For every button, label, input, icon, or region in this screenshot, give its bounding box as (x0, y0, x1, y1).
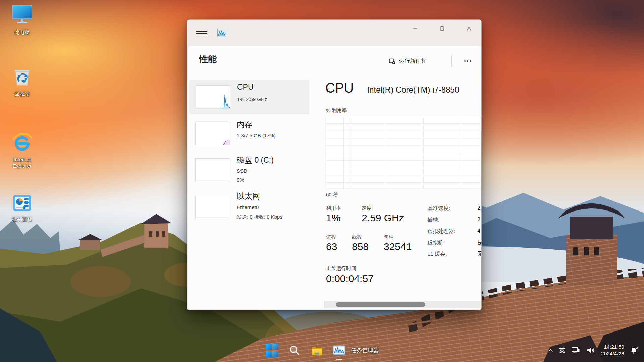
internet-explorer-icon (11, 131, 34, 154)
run-new-task-icon (389, 58, 395, 64)
cpu-panel-title: CPU (325, 80, 354, 96)
horizontal-scrollbar[interactable] (324, 301, 481, 308)
minimize-icon (413, 26, 417, 31)
task-manager-window: 性能 运行新任务 CPU 1% 2.59 GHz (187, 19, 482, 310)
run-new-task-button[interactable]: 运行新任务 (389, 55, 426, 67)
spec-row: L1 缓存: 无 (427, 251, 481, 262)
time-axis-label: 60 秒 (326, 192, 338, 198)
close-button[interactable] (461, 22, 477, 35)
spec-row: 插槽: 2 (427, 217, 481, 228)
close-icon (467, 26, 471, 31)
cpu-mini-chart (196, 85, 230, 109)
spec-label: 插槽: (427, 217, 477, 224)
sidebar-item-subtitle2: 0% (237, 177, 244, 183)
control-panel-icon (11, 192, 34, 214)
more-options-button[interactable] (460, 55, 476, 67)
this-pc-icon (11, 3, 34, 27)
memory-mini-chart (195, 122, 230, 145)
stat-label: 句柄 (384, 234, 394, 240)
spec-label: 虚拟处理器: (427, 228, 477, 235)
ime-indicator[interactable]: 英 (559, 347, 565, 354)
spec-value: 2 (477, 217, 480, 223)
uptime-label: 正常运行时间 (326, 265, 356, 272)
spec-value: 是 (477, 239, 481, 246)
horizontal-scrollbar-thumb[interactable] (336, 302, 425, 307)
file-explorer-icon (310, 344, 324, 357)
stat-label: 利用率 (326, 205, 341, 212)
spec-value: 2.5 (477, 205, 481, 211)
sidebar-item-subtitle: SSD (237, 168, 247, 174)
sidebar-item-ethernet[interactable]: 以太网 Ethernet0 发送: 0 接收: 0 Kbps (189, 189, 309, 227)
system-tray: 英 14:21:59 2024/4/28 (548, 339, 639, 362)
sidebar-item-subtitle: 1% 2.59 GHz (237, 96, 267, 102)
network-icon[interactable] (571, 346, 580, 355)
spec-label: 虚拟机: (427, 239, 477, 246)
search-icon (288, 344, 301, 356)
desktop-icon-this-pc[interactable]: 此电脑 (5, 3, 39, 36)
running-app-indicator (336, 359, 342, 360)
start-button[interactable] (265, 343, 279, 357)
taskbar-center-group: 任务管理器 (265, 339, 379, 362)
tray-date: 2024/4/28 (601, 350, 624, 357)
stat-label: 进程 (326, 234, 336, 240)
ethernet-mini-chart (195, 196, 230, 219)
clock[interactable]: 14:21:59 2024/4/28 (601, 344, 624, 357)
cpu-spec-list: 基准速度: 2.5 插槽: 2 虚拟处理器: 4 虚拟机: 是 L1 缓存: (427, 205, 481, 262)
header-separator (451, 55, 452, 67)
minimize-button[interactable] (408, 22, 423, 35)
spec-label: L1 缓存: (427, 251, 477, 258)
recycle-bin-icon (11, 66, 34, 88)
sidebar-item-title: 内存 (237, 119, 252, 130)
spec-value: 4 (477, 228, 480, 234)
desktop-icon-internet-explorer[interactable]: Internet Explorer (5, 131, 39, 169)
hamburger-icon[interactable] (196, 29, 207, 38)
sidebar-item-cpu[interactable]: CPU 1% 2.59 GHz (189, 80, 309, 114)
cpu-detail-panel: CPU Intel(R) Core(TM) i7-8850 % 利用率 60 秒… (325, 80, 481, 309)
sidebar-item-subtitle: Ethernet0 (237, 204, 259, 210)
sidebar-item-disk[interactable]: 磁盘 0 (C:) SSD 0% (189, 153, 309, 187)
stat-value: 63 (326, 241, 337, 252)
sidebar-item-subtitle2: 发送: 0 接收: 0 Kbps (237, 214, 282, 220)
desktop-icon-recycle-bin[interactable]: 回收站 (5, 66, 39, 97)
spec-row: 虚拟机: 是 (427, 239, 481, 251)
stat-value: 858 (352, 241, 369, 252)
spec-row: 基准速度: 2.5 (427, 205, 481, 217)
window-controls (408, 22, 477, 35)
uptime-value: 0:00:04:57 (326, 273, 374, 284)
cpu-utilization-chart (326, 116, 481, 189)
sidebar-item-title: 以太网 (237, 191, 260, 201)
sidebar-item-title: 磁盘 0 (C:) (237, 155, 274, 165)
volume-icon[interactable] (586, 346, 595, 355)
taskbar: 任务管理器 英 14:21:59 2024/4/28 (0, 339, 644, 362)
desktop-icon-label: Internet Explorer (5, 157, 39, 169)
notification-bell-icon[interactable] (630, 346, 639, 355)
stat-value: 1% (326, 212, 340, 224)
search-button[interactable] (287, 343, 302, 357)
file-explorer-button[interactable] (310, 343, 324, 357)
desktop-icon-label: 回收站 (5, 91, 39, 97)
spec-row: 虚拟处理器: 4 (427, 228, 481, 239)
tray-time: 14:21:59 (601, 344, 624, 350)
window-content: 性能 运行新任务 CPU 1% 2.59 GHz (188, 46, 481, 309)
maximize-icon (440, 26, 444, 31)
task-manager-taskbar-label: 任务管理器 (351, 347, 379, 354)
stat-value: 32541 (384, 241, 412, 252)
tray-chevron-icon[interactable] (548, 347, 554, 353)
desktop-icon-label: 此电脑 (5, 29, 39, 36)
utilization-axis-label: % 利用率 (326, 107, 347, 114)
sidebar-item-title: CPU (237, 83, 254, 92)
task-manager-taskbar-button[interactable]: 任务管理器 (332, 344, 379, 357)
start-icon (265, 344, 279, 357)
task-manager-app-icon (217, 29, 226, 37)
desktop-icon-label: 控制面板 (5, 216, 39, 223)
stat-label: 线程 (352, 234, 362, 240)
cpu-model-subtitle: Intel(R) Core(TM) i7-8850 (367, 85, 459, 95)
spec-label: 基准速度: (427, 205, 477, 212)
maximize-button[interactable] (434, 22, 450, 35)
disk-mini-chart (195, 158, 230, 181)
task-manager-icon (332, 344, 346, 357)
page-title: 性能 (199, 53, 217, 65)
sidebar-item-memory[interactable]: 内存 1.3/7.5 GB (17%) (189, 117, 309, 149)
desktop-icon-control-panel[interactable]: 控制面板 (5, 192, 39, 223)
spec-value: 无 (477, 251, 481, 258)
